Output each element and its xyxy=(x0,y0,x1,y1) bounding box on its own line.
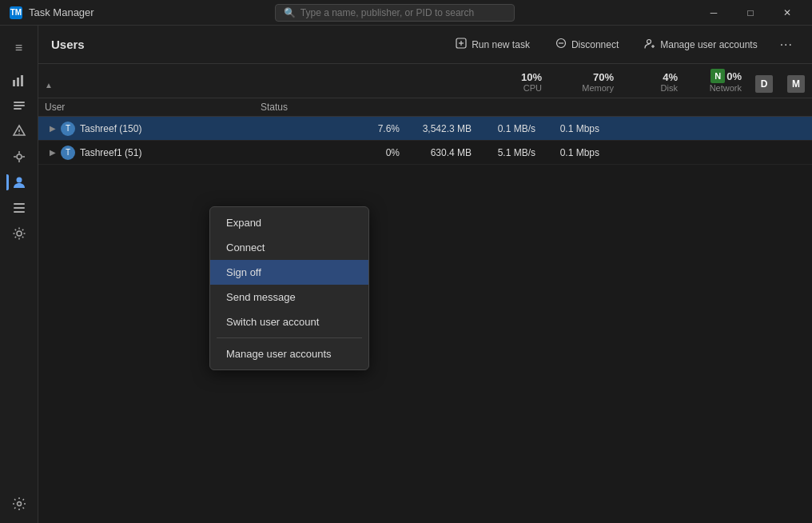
user-status xyxy=(254,150,350,156)
ctx-send-message[interactable]: Send message xyxy=(210,285,368,309)
memory-label: Memory xyxy=(582,83,614,93)
more-icon: ··· xyxy=(780,38,793,52)
status-col-header: Status xyxy=(254,100,350,114)
svg-rect-17 xyxy=(14,207,25,209)
col-m-avatar: M xyxy=(787,75,805,93)
cpu-percent: 10% xyxy=(521,71,542,83)
ctx-connect[interactable]: Connect xyxy=(210,235,368,260)
svg-rect-18 xyxy=(14,211,25,213)
manage-user-accounts-button[interactable]: Manage user accounts xyxy=(635,34,766,55)
svg-rect-1 xyxy=(17,78,19,86)
disconnect-label: Disconnect xyxy=(571,39,619,50)
search-bar[interactable]: 🔍 xyxy=(275,4,515,22)
svg-point-20 xyxy=(17,502,21,506)
user-m xyxy=(638,126,670,132)
user-network: 0.1 Mbps xyxy=(542,144,606,162)
expand-arrow: ▶ xyxy=(45,124,61,133)
search-input[interactable] xyxy=(301,7,506,18)
title-bar: TM Task Manager 🔍 ─ □ ✕ xyxy=(0,0,812,26)
user-avatar: T xyxy=(61,146,75,160)
disconnect-icon xyxy=(555,38,567,51)
run-new-task-label: Run new task xyxy=(472,39,530,50)
content-area: Users Run new task xyxy=(38,26,812,523)
sidebar-item-processes[interactable] xyxy=(6,144,32,170)
disconnect-button[interactable]: Disconnect xyxy=(546,34,628,55)
sidebar-item-users[interactable] xyxy=(6,170,32,195)
run-icon xyxy=(456,38,467,51)
maximize-button[interactable]: □ xyxy=(732,0,769,26)
col-d-avatar: D xyxy=(755,75,773,93)
user-network: 0.1 Mbps xyxy=(542,120,606,138)
user-cpu: 7.6% xyxy=(350,120,406,138)
user-cpu: 0% xyxy=(350,144,406,162)
sidebar-item-app-history[interactable] xyxy=(6,93,32,118)
disk-percent: 4% xyxy=(663,71,678,83)
svg-point-26 xyxy=(647,40,651,44)
search-icon: 🔍 xyxy=(284,7,296,18)
svg-rect-4 xyxy=(14,102,25,103)
user-name: Tashreef1 (51) xyxy=(80,147,141,158)
sort-arrow: ▲ xyxy=(45,79,53,91)
user-d xyxy=(606,126,638,132)
svg-rect-16 xyxy=(14,203,25,205)
svg-rect-3 xyxy=(25,74,26,74)
sidebar-item-performance[interactable] xyxy=(6,67,32,93)
svg-point-19 xyxy=(17,231,22,236)
user-name: Tashreef (150) xyxy=(80,123,141,134)
minimize-button[interactable]: ─ xyxy=(695,0,732,26)
app-icon: TM xyxy=(10,6,22,19)
sidebar: ≡ xyxy=(0,26,38,523)
svg-point-9 xyxy=(18,133,20,134)
window-controls: ─ □ ✕ xyxy=(695,0,806,26)
svg-point-15 xyxy=(16,178,22,183)
manage-user-accounts-label: Manage user accounts xyxy=(660,39,757,50)
ctx-expand[interactable]: Expand xyxy=(210,210,368,235)
user-memory: 3,542.3 MB xyxy=(406,120,478,138)
window-title: Task Manager xyxy=(29,6,94,18)
sidebar-item-settings[interactable] xyxy=(6,491,32,517)
ctx-sign-off[interactable]: Sign off xyxy=(210,260,368,285)
ctx-separator xyxy=(217,337,362,338)
user-memory: 630.4 MB xyxy=(406,144,478,162)
user-d xyxy=(606,150,638,156)
table-header: ▲ 10% CPU 70% Memory 4% Disk N xyxy=(38,64,812,98)
table-row[interactable]: ▶ T Tashreef1 (51) 0% 630.4 MB 5.1 MB/s … xyxy=(38,141,812,165)
sidebar-item-details[interactable] xyxy=(6,195,32,221)
page-title: Users xyxy=(51,38,440,51)
context-menu: Expand Connect Sign off Send message Swi… xyxy=(209,206,369,370)
cpu-label: CPU xyxy=(523,83,542,93)
network-avatar-n: N xyxy=(710,69,725,83)
sidebar-item-services[interactable] xyxy=(6,221,32,246)
user-status xyxy=(254,126,350,132)
svg-point-10 xyxy=(17,154,22,159)
user-avatar: T xyxy=(61,122,75,136)
expand-arrow: ▶ xyxy=(45,148,61,157)
disk-label: Disk xyxy=(661,83,678,93)
ctx-switch-user[interactable]: Switch user account xyxy=(210,309,368,334)
user-m xyxy=(638,150,670,156)
sidebar-item-startup[interactable] xyxy=(6,118,32,144)
user-col-header: User xyxy=(38,100,254,114)
user-disk: 5.1 MB/s xyxy=(478,144,542,162)
network-percent: 0% xyxy=(726,70,742,82)
toolbar: Users Run new task xyxy=(38,26,812,64)
svg-rect-2 xyxy=(21,75,23,86)
ctx-manage-user-accounts[interactable]: Manage user accounts xyxy=(210,341,368,366)
run-new-task-button[interactable]: Run new task xyxy=(446,34,539,55)
close-button[interactable]: ✕ xyxy=(769,0,806,26)
more-options-button[interactable]: ··· xyxy=(774,34,799,56)
manage-users-icon xyxy=(644,38,655,51)
user-disk: 0.1 MB/s xyxy=(478,120,542,138)
svg-rect-0 xyxy=(13,80,15,86)
memory-percent: 70% xyxy=(593,71,614,83)
network-label: Network xyxy=(710,83,742,93)
svg-rect-6 xyxy=(14,108,22,110)
hamburger-menu-button[interactable]: ≡ xyxy=(6,35,32,61)
table-container: ▲ 10% CPU 70% Memory 4% Disk N xyxy=(38,64,812,523)
svg-rect-5 xyxy=(14,105,25,106)
table-row[interactable]: ▶ T Tashreef (150) 7.6% 3,542.3 MB 0.1 M… xyxy=(38,117,812,141)
main-layout: ≡ xyxy=(0,26,812,523)
